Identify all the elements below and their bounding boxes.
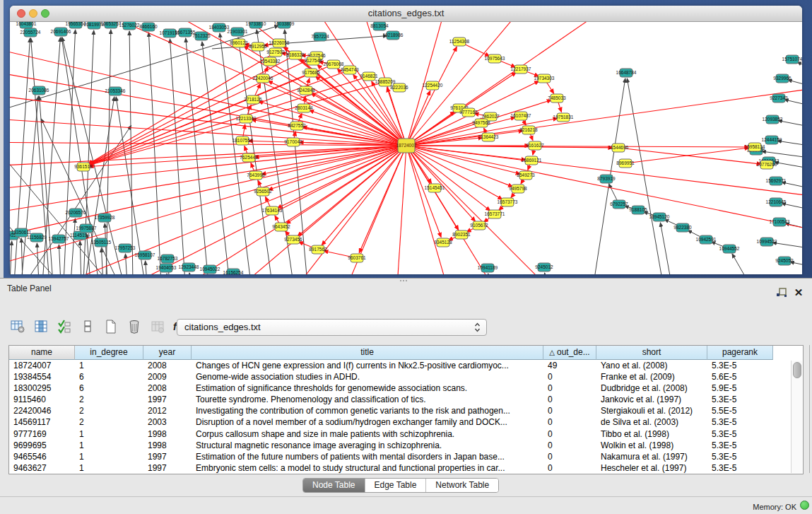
cell-short[interactable]: Nakamura et al. (1997)	[596, 451, 707, 462]
graph-node[interactable]: 15145451	[425, 184, 445, 192]
red-edge[interactable]	[406, 146, 502, 199]
cell-year[interactable]: 2009	[143, 371, 192, 382]
cell-name[interactable]: 9463627	[9, 462, 75, 474]
graph-node[interactable]: 12213349	[236, 115, 257, 123]
cell-name[interactable]: 9115460	[9, 394, 75, 405]
red-edge[interactable]	[298, 146, 406, 236]
cell-pagerank[interactable]: 5.3E-5	[707, 394, 773, 405]
cell-out-de-[interactable]: 0	[543, 416, 596, 428]
table-options-icon[interactable]	[10, 319, 25, 334]
red-edge[interactable]	[406, 146, 451, 274]
cell-name[interactable]: 9465546	[9, 451, 75, 462]
graph-node[interactable]: 8466160	[139, 23, 158, 31]
cell-short[interactable]: Jankovic et al. (1997)	[596, 394, 707, 405]
cell-title[interactable]: Genome-wide association studies in ADHD.	[192, 371, 543, 382]
graph-hub-node[interactable]: 18724007	[396, 139, 417, 153]
graph-node[interactable]: 8222036	[390, 83, 408, 92]
cell-out-de-[interactable]: 0	[543, 371, 596, 382]
cell-title[interactable]: Embryonic stem cells: a model to study s…	[192, 462, 543, 474]
table-row[interactable]: 969969511998Structural magnetic resonanc…	[9, 440, 803, 451]
black-edge[interactable]	[627, 78, 663, 274]
column-header-name[interactable]: name	[9, 346, 75, 360]
cell-year[interactable]: 1997	[143, 394, 192, 405]
table-selector-combobox[interactable]: citations_edges.txt	[177, 319, 487, 336]
cell-name[interactable]: 9777169	[9, 428, 75, 440]
cell-in-degree[interactable]: 6	[75, 382, 143, 394]
graph-node[interactable]: 19751831	[553, 113, 574, 122]
graph-node[interactable]: 16043801	[16, 22, 37, 28]
cell-in-degree[interactable]: 2	[75, 405, 143, 416]
graph-node[interactable]: 16869121	[522, 156, 542, 165]
cell-pagerank[interactable]: 5.3E-5	[707, 451, 773, 462]
cell-in-degree[interactable]: 1	[75, 428, 143, 440]
black-edge[interactable]	[545, 273, 546, 274]
float-panel-icon[interactable]	[775, 287, 788, 298]
create-table-icon[interactable]	[103, 319, 119, 334]
graph-node[interactable]: 10653257	[101, 22, 122, 28]
graph-node[interactable]: 8454743	[341, 66, 359, 74]
red-edge[interactable]	[406, 146, 802, 233]
black-edge[interactable]	[10, 241, 12, 274]
graph-node[interactable]: 10994522	[757, 238, 777, 246]
graph-node[interactable]: 18107554	[233, 136, 253, 145]
graph-node[interactable]: 9329966	[773, 74, 792, 83]
vertical-scrollbar[interactable]	[791, 361, 802, 473]
graph-node[interactable]: 9777163	[459, 108, 478, 117]
graph-node[interactable]: 15751074	[782, 55, 802, 64]
graph-node[interactable]: 16648784	[616, 69, 637, 77]
red-edge[interactable]	[406, 146, 476, 221]
graph-node[interactable]: 11254308	[449, 37, 470, 46]
show-columns-icon[interactable]	[33, 319, 49, 334]
graph-node[interactable]: 9127503	[266, 48, 285, 57]
graph-node[interactable]: 16033809	[274, 22, 295, 28]
graph-node[interactable]: 9245012	[535, 263, 553, 271]
graph-node[interactable]: 10945022	[200, 265, 220, 274]
graph-node[interactable]: 9643452	[272, 223, 290, 231]
black-edge[interactable]	[488, 274, 489, 274]
memory-status-indicator[interactable]	[800, 501, 809, 510]
cell-in-degree[interactable]: 1	[75, 440, 143, 451]
cell-out-de-[interactable]: 0	[543, 428, 596, 440]
graph-node[interactable]: 11156829	[27, 233, 47, 242]
graph-node[interactable]: 19734303	[534, 74, 555, 83]
graph-node[interactable]: 9495798	[509, 185, 527, 193]
cell-name[interactable]: 14569117	[9, 416, 75, 428]
graph-node[interactable]: 2718126	[244, 95, 262, 104]
cell-pagerank[interactable]: 5.3E-5	[707, 462, 773, 474]
graph-node[interactable]: 9273456	[284, 235, 302, 244]
black-edge[interactable]	[784, 100, 802, 105]
red-edge[interactable]	[47, 22, 406, 146]
table-row[interactable]: 946554611997Estimation of the future num…	[9, 451, 803, 462]
graph-node[interactable]: 7643998	[247, 171, 265, 180]
tab-edge-table[interactable]: Edge Table	[365, 479, 427, 492]
graph-node[interactable]: 18226058	[269, 39, 290, 47]
cell-pagerank[interactable]: 5.6E-5	[707, 371, 773, 382]
delete-table-icon[interactable]	[126, 319, 142, 334]
cell-title[interactable]: Estimation of significance thresholds fo…	[192, 382, 543, 394]
graph-node[interactable]: 17100543	[770, 218, 790, 226]
graph-node[interactable]: 10941189	[478, 264, 498, 272]
graph-node[interactable]: 21903301	[228, 28, 248, 36]
column-header-title[interactable]: title	[192, 346, 543, 360]
table-row[interactable]: 977716911998Corpus callosum shape and si…	[9, 428, 803, 440]
table-row[interactable]: 1456911722003Disruption of a novel membe…	[9, 416, 803, 428]
cell-short[interactable]: Tibbo et al. (1998)	[596, 428, 707, 440]
cell-short[interactable]: Stergiakouli et al. (2012)	[596, 405, 707, 416]
cell-short[interactable]: Yano et al. (2008)	[596, 360, 707, 371]
cell-short[interactable]: Hescheler et al. (1997)	[596, 462, 707, 474]
graph-node[interactable]: 16573773	[498, 198, 518, 206]
graph-node[interactable]: 12254420	[423, 81, 443, 90]
black-edge[interactable]	[80, 241, 81, 274]
graph-node[interactable]: 20631086	[29, 86, 49, 95]
cell-year[interactable]: 1998	[143, 428, 192, 440]
graph-node[interactable]: 8549273	[517, 171, 535, 180]
network-graph-canvas[interactable]: 1604380122055724206914061956535420819979…	[10, 22, 802, 274]
graph-node[interactable]: 7625443	[240, 153, 258, 162]
black-edge[interactable]	[788, 80, 802, 86]
cell-short[interactable]: Dudbridge et al. (2008)	[596, 382, 707, 394]
graph-node[interactable]: 13942757	[49, 235, 69, 243]
cell-year[interactable]: 2008	[143, 382, 192, 394]
graph-node[interactable]: 8917562	[309, 245, 327, 254]
table-row[interactable]: 1938455462009Genome-wide association stu…	[9, 371, 803, 382]
cell-in-degree[interactable]: 1	[75, 451, 143, 462]
